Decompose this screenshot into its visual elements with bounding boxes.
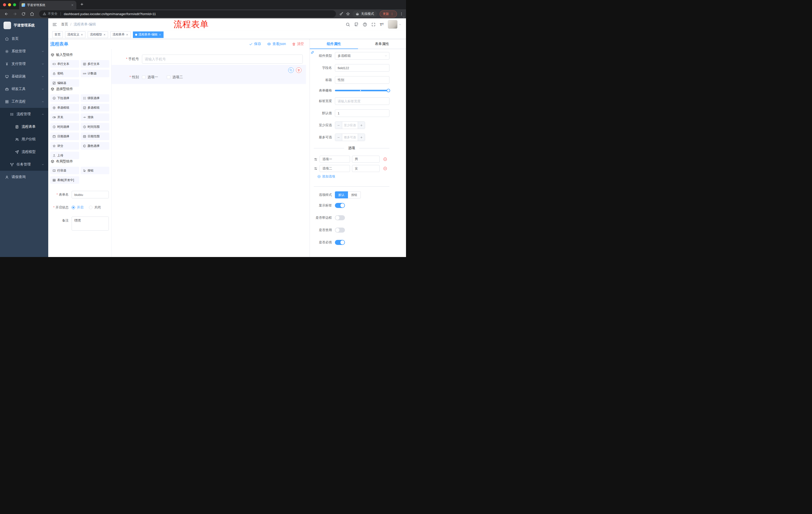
form-remark-textarea[interactable]: 嘿嘿 [71,217,109,231]
sidebar-item-task-mgmt[interactable]: 任务管理 [0,158,48,171]
tab-component-props[interactable]: 组件属性 [310,39,358,49]
add-option-button[interactable]: 添加选项 [317,174,389,179]
tag-0[interactable]: 首页 [52,31,63,38]
option-label-input[interactable] [320,156,350,163]
reload-icon[interactable] [20,10,27,18]
toggle-switch[interactable] [335,203,345,208]
remove-option-icon[interactable] [383,166,387,170]
link-icon[interactable] [311,51,314,54]
status-off-radio[interactable]: 关闭 [89,205,101,210]
form-name-input[interactable] [71,191,109,198]
tag-close-icon[interactable] [159,33,161,36]
default-value-input[interactable] [335,109,389,117]
palette-item-date-range[interactable]: 日期范围 [81,133,110,140]
save-button[interactable]: 保存 [249,42,261,46]
widget-gender-selected[interactable]: 性别 选项一 选项二 [112,65,306,84]
palette-item-table[interactable]: 表格[开发中] [50,176,79,184]
component-type-select[interactable] [335,52,389,60]
sidebar-item-devtools[interactable]: 研发工具 [0,83,48,95]
tag-close-icon[interactable] [126,33,128,36]
fontsize-icon[interactable]: TT [380,22,384,27]
sidebar-toggle-icon[interactable] [52,22,57,27]
github-icon[interactable] [354,22,358,27]
palette-item-slider[interactable]: 滑块 [81,113,110,121]
tag-close-icon[interactable] [103,33,106,36]
sidebar-item-process-mgmt[interactable]: 流程管理 [0,108,48,120]
palette-item-pointer[interactable]: 按钮 [81,167,110,174]
browser-menu-icon[interactable] [400,12,404,16]
drag-handle-icon[interactable] [314,157,318,161]
palette-item-cascader[interactable]: 级联选择 [81,94,110,102]
address-bar[interactable]: 不安全 dashboard.yudao.iocoder.cn/bpm/manag… [39,10,336,17]
sidebar-logo[interactable]: 芋道管理系统 [0,18,48,32]
remove-option-icon[interactable] [383,157,387,161]
sidebar-item-process-form[interactable]: 流程表单 [0,120,48,133]
toggle-switch[interactable] [335,240,345,245]
palette-item-color[interactable]: 颜色选择 [81,142,110,150]
user-avatar[interactable] [388,20,398,29]
grid-slider[interactable] [335,90,388,91]
tab-form-props[interactable]: 表单属性 [358,39,406,49]
title-input[interactable] [335,76,389,84]
decrease-button[interactable] [335,134,342,141]
zoom-window-button[interactable] [13,3,16,6]
option-label-input[interactable] [320,165,350,172]
search-icon[interactable] [346,22,350,27]
option-style-default[interactable]: 默认 [335,191,348,198]
question-icon[interactable] [363,22,367,27]
palette-item-input[interactable]: 单行文本 [50,60,79,67]
toggle-switch[interactable] [335,215,345,220]
palette-item-editor[interactable]: 编辑器 [50,79,79,87]
status-on-radio[interactable]: 开启 [71,205,83,210]
sidebar-item-workflow[interactable]: 工作流程 [0,95,48,108]
tab-close-icon[interactable] [71,3,74,6]
bookmark-star-icon[interactable] [346,12,350,16]
palette-item-time-range[interactable]: 时间范围 [81,123,110,131]
palette-item-radio[interactable]: 单选框组 [50,104,79,111]
delete-widget-button[interactable] [296,67,301,73]
expand-icon[interactable] [371,22,376,27]
palette-item-switch[interactable]: 开关 [50,113,79,121]
breadcrumb-home[interactable]: 首页 [61,22,68,27]
option-value-input[interactable] [352,156,380,163]
palette-item-date[interactable]: 日期选择 [50,133,79,140]
palette-item-star[interactable]: 评分 [50,142,79,150]
tag-3[interactable]: 流程表单 [110,31,130,38]
gender-option-1[interactable]: 选项一 [142,75,158,79]
forward-icon[interactable] [11,10,19,18]
sidebar-item-system[interactable]: 系统管理 [0,45,48,58]
palette-item-row[interactable]: 行容器 [50,167,79,174]
min-select-placeholder[interactable]: 至少应选 [342,122,358,129]
close-window-button[interactable] [3,3,6,6]
phone-input[interactable] [142,55,303,64]
toolbar-caret-icon[interactable] [403,16,405,18]
gender-option-2[interactable]: 选项二 [167,75,183,79]
new-tab-button[interactable] [80,2,84,7]
tag-2[interactable]: 流程模型 [88,31,108,38]
label-width-input[interactable] [335,97,389,105]
increase-button[interactable] [358,134,365,141]
browser-tab[interactable]: 芋道管理系统 [19,1,76,9]
sidebar-item-leave-query[interactable]: 请假查询 [0,171,48,183]
palette-item-upload[interactable]: 上传 [50,152,79,159]
palette-item-checkbox[interactable]: 多选框组 [81,104,110,111]
slider-handle[interactable] [387,89,390,92]
checkbox-icon[interactable] [167,76,170,79]
password-key-icon[interactable] [340,12,343,16]
max-select-placeholder[interactable]: 最多可选 [342,134,358,141]
tag-close-icon[interactable] [81,33,83,36]
browser-update-button[interactable]: 更新 [380,10,397,17]
palette-item-lock[interactable]: 密码 [50,70,79,77]
option-value-input[interactable] [352,165,380,172]
sidebar-item-infra[interactable]: 基础设施 [0,70,48,83]
sidebar-item-payment[interactable]: 支付管理 [0,58,48,70]
user-menu[interactable] [388,20,402,29]
homebtn-icon[interactable] [28,10,36,18]
clear-button[interactable]: 清空 [292,42,304,46]
tag-1[interactable]: 流程定义 [65,31,85,38]
widget-phone[interactable]: 手机号 [112,55,306,64]
palette-item-select[interactable]: 下拉选择 [50,94,79,102]
palette-item-textarea[interactable]: 多行文本 [81,60,110,67]
minimize-window-button[interactable] [8,3,11,6]
field-name-input[interactable] [335,64,389,72]
